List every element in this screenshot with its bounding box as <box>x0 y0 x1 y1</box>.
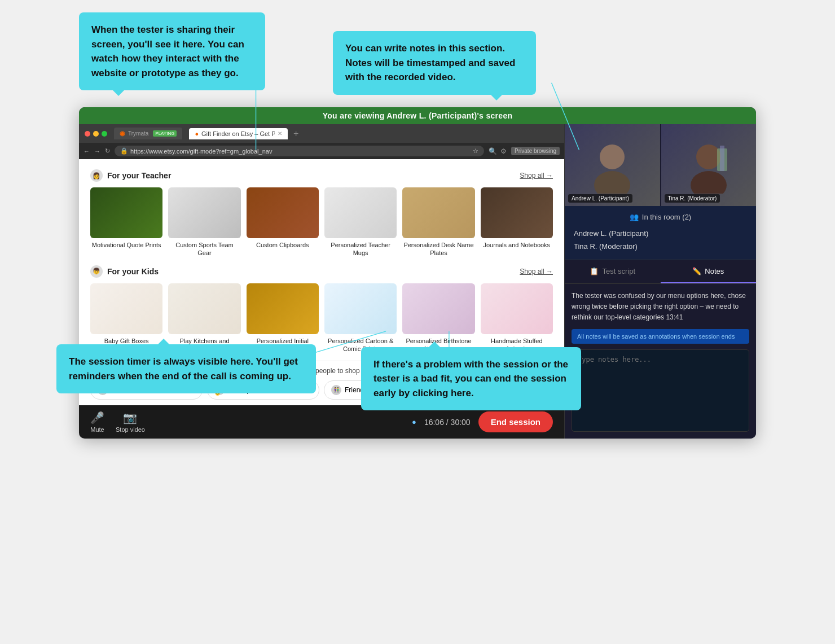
browser-bar: ← → ↻ 🔒 https://www.etsy.com/gift-mode?r… <box>79 143 564 159</box>
room-section: 👥 In this room (2) Andrew L. (Participan… <box>565 206 756 260</box>
script-icon: 📋 <box>590 267 599 275</box>
video-row: Andrew L. (Participant) T <box>565 124 756 206</box>
product-item[interactable]: Custom Clipboards <box>247 187 319 257</box>
tooltip-end-session: If there's a problem with the session or… <box>361 347 581 411</box>
timer-section: ● 16:06 / 30:00 End session <box>412 411 553 432</box>
search-icon[interactable]: 🔍 <box>489 147 497 155</box>
product-item[interactable]: Play Kitchens and Accessories <box>168 283 240 353</box>
stop-video-button[interactable]: 📷 Stop video <box>116 411 145 433</box>
svg-rect-9 <box>720 146 724 171</box>
product-label: Personalized Desk Name Plates <box>402 241 474 257</box>
kids-section-header: 👦 For your Kids Shop all → <box>90 265 553 278</box>
notes-input[interactable] <box>572 349 749 432</box>
teacher-section-title: 👩 For your Teacher <box>90 169 171 182</box>
participant-video: Andrew L. (Participant) <box>565 124 660 206</box>
product-image <box>402 283 474 334</box>
participant-name-1: Andrew L. (Participant) <box>574 227 747 240</box>
participant-name-2: Tina R. (Moderator) <box>574 240 747 253</box>
tooltip-notes: You can write notes in this section. Not… <box>333 31 536 95</box>
teacher-icon: 👩 <box>90 169 103 182</box>
product-image <box>481 187 553 238</box>
product-item[interactable]: Baby Gift Boxes <box>90 283 162 353</box>
product-item[interactable]: Personalized Cartoon & Comic Prints <box>324 283 397 353</box>
product-image <box>402 187 474 238</box>
browser-dots <box>85 131 107 137</box>
url-bar[interactable]: 🔒 https://www.etsy.com/gift-mode?ref=gm_… <box>115 146 484 156</box>
lock-icon: 🔒 <box>120 147 128 155</box>
product-item[interactable]: Handmade Stuffed Animals <box>481 283 553 353</box>
svg-point-5 <box>594 171 630 194</box>
participant-label: Andrew L. (Participant) <box>568 194 632 203</box>
product-image <box>90 187 162 238</box>
product-image <box>324 187 397 238</box>
close-dot[interactable] <box>85 131 90 137</box>
tooltip-screen-share: When the tester is sharing their screen,… <box>79 12 265 90</box>
camera-icon: 📷 <box>123 411 137 424</box>
product-image <box>324 283 397 334</box>
end-session-button[interactable]: End session <box>478 411 553 432</box>
notes-area: The tester was confused by our menu opti… <box>565 284 756 439</box>
right-panel: Andrew L. (Participant) T <box>564 124 756 439</box>
kids-section-title: 👦 For your Kids <box>90 265 159 278</box>
mute-button[interactable]: 🎤 Mute <box>90 411 104 433</box>
teacher-product-grid: Motivational Quote Prints Custom Sports … <box>90 187 553 257</box>
product-image <box>90 283 162 334</box>
product-label: Custom Sports Team Gear <box>168 241 240 257</box>
product-item[interactable]: Custom Sports Team Gear <box>168 187 240 257</box>
add-tab-icon[interactable]: + <box>293 129 298 139</box>
browser-action-icons: 🔍 ⚙ <box>489 147 507 155</box>
product-image <box>481 283 553 334</box>
product-image <box>168 283 240 334</box>
product-item[interactable]: Journals and Notebooks <box>481 187 553 257</box>
extensions-icon[interactable]: ⚙ <box>500 147 507 155</box>
teacher-shop-all[interactable]: Shop all → <box>520 172 553 179</box>
kids-shop-all[interactable]: Shop all → <box>520 268 553 275</box>
product-label: Baby Gift Boxes <box>104 337 149 345</box>
browser-logo: ◉ Trymata PLAYING <box>114 128 182 139</box>
kids-icon: 👦 <box>90 265 103 278</box>
room-title: 👥 In this room (2) <box>574 213 747 221</box>
tab-close-icon[interactable]: ✕ <box>278 130 282 137</box>
product-image <box>168 187 240 238</box>
refresh-icon[interactable]: ↻ <box>105 147 110 155</box>
people-icon: 👥 <box>630 213 639 221</box>
existing-note: The tester was confused by our menu opti… <box>572 291 749 323</box>
svg-point-4 <box>600 144 625 169</box>
product-item[interactable]: Personalized Teacher Mugs <box>324 187 397 257</box>
star-icon[interactable]: ☆ <box>473 147 478 155</box>
svg-point-7 <box>691 171 727 194</box>
minimize-dot[interactable] <box>93 131 99 137</box>
product-label: Custom Clipboards <box>256 241 309 249</box>
pencil-icon: ✏️ <box>692 267 701 275</box>
product-item[interactable]: Personalized Desk Name Plates <box>402 187 474 257</box>
maximize-dot[interactable] <box>102 131 107 137</box>
product-item[interactable]: Personalized Initial Necklaces <box>247 283 319 353</box>
tab-test-script[interactable]: 📋 Test script <box>565 260 661 283</box>
product-label: Personalized Teacher Mugs <box>324 241 397 257</box>
browser-tab-active[interactable]: ● Gift Finder on Etsy – Get Perfec... ✕ <box>189 128 288 139</box>
person-icon: 👫 <box>331 385 341 395</box>
product-item[interactable]: Motivational Quote Prints <box>90 187 162 257</box>
product-image <box>247 283 319 334</box>
private-badge: Private browsing <box>511 147 560 155</box>
moderator-video: Tina R. (Moderator) <box>660 124 757 206</box>
tabs-row: 📋 Test script ✏️ Notes <box>565 260 756 284</box>
forward-icon[interactable]: → <box>94 148 100 155</box>
moderator-label: Tina R. (Moderator) <box>665 194 720 203</box>
product-image <box>247 187 319 238</box>
screen-banner: You are viewing Andrew L. (Participant)'… <box>79 107 756 124</box>
tab-notes[interactable]: ✏️ Notes <box>661 260 757 283</box>
notes-save-info: All notes will be saved as annotations w… <box>572 329 749 344</box>
product-label: Motivational Quote Prints <box>92 241 161 249</box>
mute-icon: 🎤 <box>90 411 104 424</box>
teacher-section-header: 👩 For your Teacher Shop all → <box>90 169 553 182</box>
back-icon[interactable]: ← <box>84 148 90 155</box>
browser-chrome: ◉ Trymata PLAYING ● Gift Finder on Etsy … <box>79 124 564 143</box>
bottom-bar: 🎤 Mute 📷 Stop video ● 16:06 / 30:00 End … <box>79 405 564 439</box>
product-label: Journals and Notebooks <box>483 241 550 249</box>
session-timer: 16:06 / 30:00 <box>424 418 471 427</box>
tooltip-timer: The session timer is always visible here… <box>56 344 316 393</box>
